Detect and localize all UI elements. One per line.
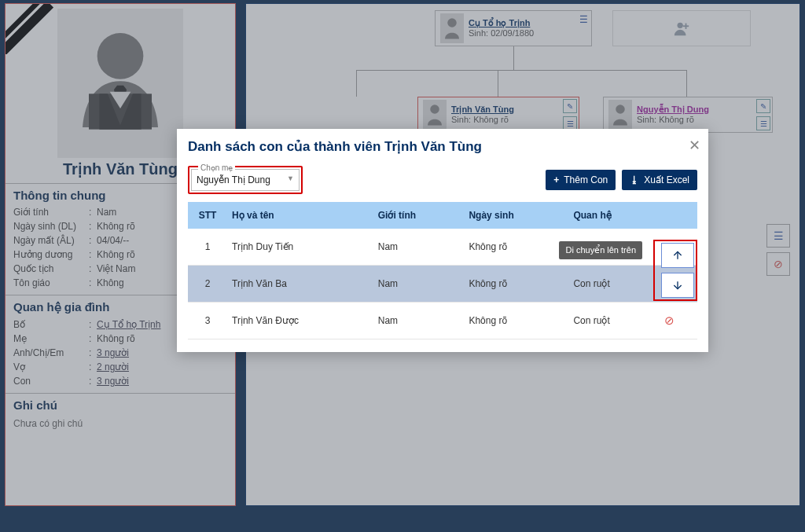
app-root: Trịnh Văn Tùng Thông tin chung Giới tính… (0, 0, 805, 532)
col-relation: Quan hệ (568, 202, 660, 229)
mother-select-label: Chọn mẹ (198, 163, 235, 172)
cell-gender: Nam (373, 266, 465, 303)
table-row[interactable]: 2Trịnh Văn BaNamKhông rõCon ruột⊘ (188, 266, 697, 303)
modal-controls: Chọn mẹ Nguyễn Thị Dung ▼ +Thêm Con ⭳Xuấ… (188, 166, 697, 194)
tooltip-move-up: Di chuyển lên trên (559, 241, 642, 259)
move-buttons (661, 243, 694, 298)
table-header-row: STT Họ và tên Giới tính Ngày sinh Quan h… (188, 202, 697, 229)
cell-gender: Nam (373, 229, 465, 266)
col-action (660, 202, 697, 229)
cell-stt: 1 (188, 229, 227, 266)
cell-stt: 2 (188, 266, 227, 303)
cell-dob: Không rõ (464, 229, 568, 266)
highlight-mother-select: Chọn mẹ Nguyễn Thị Dung ▼ (188, 166, 303, 194)
table-row[interactable]: 3Trịnh Văn ĐượcNamKhông rõCon ruột⊘ (188, 303, 697, 339)
col-dob: Ngày sinh (464, 202, 568, 229)
col-stt: STT (188, 202, 227, 229)
cell-name: Trịnh Duy Tiến (227, 229, 373, 266)
mother-select-value: Nguyễn Thị Dung (197, 174, 270, 185)
export-excel-button[interactable]: ⭳Xuất Excel (622, 170, 697, 190)
download-icon: ⭳ (630, 174, 639, 185)
col-name: Họ và tên (227, 202, 373, 229)
cell-dob: Không rõ (464, 266, 568, 303)
chevron-down-icon: ▼ (287, 174, 294, 182)
modal-title: Danh sách con của thành viên Trịnh Văn T… (188, 138, 697, 155)
children-table: STT Họ và tên Giới tính Ngày sinh Quan h… (188, 202, 697, 339)
mother-select[interactable]: Chọn mẹ Nguyễn Thị Dung ▼ (191, 169, 300, 191)
move-down-button[interactable] (661, 273, 694, 298)
cell-stt: 3 (188, 303, 227, 339)
children-modal: ✕ Danh sách con của thành viên Trịnh Văn… (177, 129, 708, 352)
close-icon[interactable]: ✕ (689, 137, 700, 154)
move-up-button[interactable] (661, 243, 694, 268)
cell-dob: Không rõ (464, 303, 568, 339)
plus-icon: + (553, 174, 559, 185)
cell-relation: Con ruột (568, 266, 660, 303)
cell-relation: Con ruột (568, 303, 660, 339)
col-gender: Giới tính (373, 202, 465, 229)
cell-name: Trịnh Văn Được (227, 303, 373, 339)
add-child-button[interactable]: +Thêm Con (546, 170, 616, 190)
table-container: Di chuyển lên trên STT Họ và tên Giới tí… (188, 202, 697, 339)
cell-delete[interactable]: ⊘ (660, 303, 697, 339)
cell-gender: Nam (373, 303, 465, 339)
cell-name: Trịnh Văn Ba (227, 266, 373, 303)
ban-icon[interactable]: ⊘ (664, 314, 675, 327)
